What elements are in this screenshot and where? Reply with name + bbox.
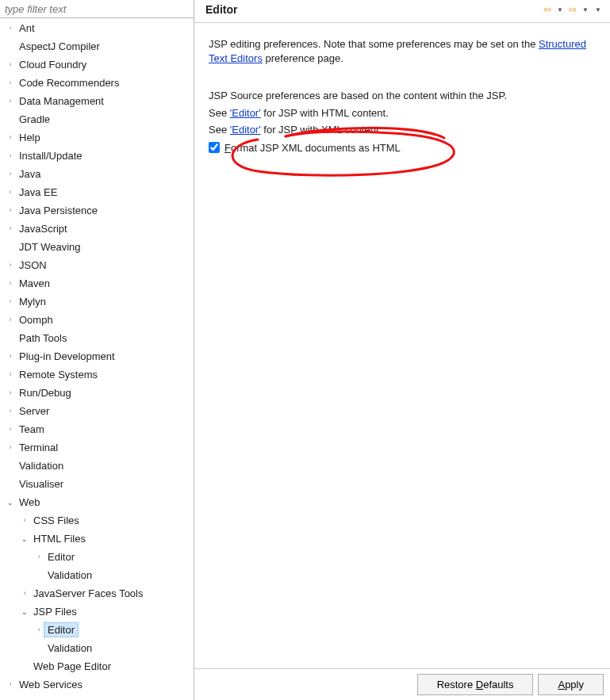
tree-item[interactable]: ›Install/Update xyxy=(0,147,194,165)
tree-item[interactable]: JDT Weaving xyxy=(0,238,194,256)
tree-item-label[interactable]: Web xyxy=(16,495,44,509)
tree-item-label[interactable]: Validation xyxy=(44,568,95,582)
chevron-right-icon[interactable]: › xyxy=(33,624,44,635)
tree-scroll[interactable]: ›AntAspectJ Compiler›Cloud Foundry›Code … xyxy=(0,17,194,700)
chevron-right-icon[interactable]: › xyxy=(5,77,16,88)
tree-item-label[interactable]: Oomph xyxy=(16,313,56,327)
restore-defaults-button[interactable]: Restore Defaults xyxy=(417,674,534,695)
chevron-right-icon[interactable]: › xyxy=(5,405,16,416)
tree-item[interactable]: ›JavaServer Faces Tools xyxy=(0,584,194,602)
tree-item[interactable]: Web Page Editor xyxy=(0,657,194,675)
tree-item[interactable]: AspectJ Compiler xyxy=(0,37,194,55)
chevron-right-icon[interactable]: › xyxy=(5,369,16,380)
tree-item[interactable]: ›Java Persistence xyxy=(0,201,194,220)
tree-item[interactable]: ›Help xyxy=(0,128,194,147)
back-icon[interactable]: ⇦ xyxy=(542,4,553,15)
chevron-right-icon[interactable]: › xyxy=(5,296,16,307)
tree-item-label[interactable]: Server xyxy=(16,404,52,418)
tree-item[interactable]: ›Terminal xyxy=(0,438,194,457)
tree-item[interactable]: ›Code Recommenders xyxy=(0,74,194,92)
tree-item[interactable]: Gradle xyxy=(0,110,194,128)
tree-item[interactable]: ›Plug-in Development xyxy=(0,347,194,365)
tree-item[interactable]: Validation xyxy=(0,457,194,475)
view-menu-icon[interactable]: ▼ xyxy=(593,4,604,15)
chevron-right-icon[interactable]: › xyxy=(5,259,16,270)
tree-item-label[interactable]: Terminal xyxy=(16,441,61,454)
tree-item[interactable]: ›Maven xyxy=(0,274,194,293)
xml-editor-link[interactable]: 'Editor' xyxy=(230,124,261,136)
chevron-right-icon[interactable]: › xyxy=(5,442,16,453)
tree-item-label[interactable]: Run/Debug xyxy=(16,386,75,400)
tree-item-label[interactable]: Java xyxy=(16,167,44,181)
tree-item[interactable]: ›Cloud Foundry xyxy=(0,55,194,74)
tree-item[interactable]: ›Data Management xyxy=(0,92,194,110)
tree-item-label[interactable]: Mylyn xyxy=(16,295,49,308)
tree-item-label[interactable]: JSP Files xyxy=(30,605,80,618)
chevron-right-icon[interactable]: › xyxy=(5,423,16,434)
chevron-right-icon[interactable]: › xyxy=(5,168,16,179)
tree-item[interactable]: ›Mylyn xyxy=(0,293,194,311)
tree-item[interactable]: ›Ant xyxy=(0,19,194,37)
tree-item[interactable]: ›Java xyxy=(0,165,194,183)
chevron-right-icon[interactable]: › xyxy=(5,95,16,106)
tree-item[interactable]: Validation xyxy=(0,566,194,584)
chevron-right-icon[interactable]: › xyxy=(5,59,16,70)
tree-item-label[interactable]: Remote Systems xyxy=(16,368,101,381)
tree-item-label[interactable]: Java EE xyxy=(16,186,60,199)
tree-item[interactable]: ›Web Services xyxy=(0,675,194,694)
tree-item[interactable]: ⌄Web xyxy=(0,493,194,511)
tree-item-label[interactable]: Data Management xyxy=(16,94,107,108)
tree-item-label[interactable]: Install/Update xyxy=(16,149,86,163)
chevron-right-icon[interactable]: › xyxy=(19,514,30,526)
tree-item[interactable]: ›JavaScript xyxy=(0,220,194,238)
tree-item-label[interactable]: Team xyxy=(16,423,48,436)
tree-item[interactable]: ›Editor xyxy=(0,548,194,566)
tree-item-label[interactable]: Maven xyxy=(16,277,53,290)
tree-item-label[interactable]: JavaScript xyxy=(16,222,71,235)
tree-item-label[interactable]: JSON xyxy=(16,258,50,272)
chevron-right-icon[interactable]: › xyxy=(5,679,16,690)
tree-item-label[interactable]: JavaServer Faces Tools xyxy=(30,587,147,600)
chevron-right-icon[interactable]: › xyxy=(33,551,44,562)
tree-item[interactable]: ›Remote Systems xyxy=(0,365,194,384)
tree-item-label[interactable]: Editor xyxy=(44,623,78,637)
tree-item[interactable]: ›CSS Files xyxy=(0,511,194,530)
tree-item-label[interactable]: Gradle xyxy=(16,113,53,126)
tree-item-label[interactable]: Code Recommenders xyxy=(16,76,122,90)
chevron-down-icon[interactable]: ⌄ xyxy=(5,497,16,508)
forward-icon[interactable]: ⇨ xyxy=(567,4,578,15)
chevron-right-icon[interactable]: › xyxy=(5,277,16,289)
tree-item-label[interactable]: Cloud Foundry xyxy=(16,58,90,71)
tree-item-label[interactable]: Ant xyxy=(16,21,38,35)
tree-item-label[interactable]: Plug-in Development xyxy=(16,350,118,363)
forward-menu-icon[interactable]: ▼ xyxy=(580,4,591,15)
tree-item[interactable]: Visualiser xyxy=(0,475,194,493)
tree-item[interactable]: Validation xyxy=(0,639,194,657)
tree-item[interactable]: ›Team xyxy=(0,420,194,438)
format-jspxml-checkbox[interactable] xyxy=(209,142,220,153)
chevron-right-icon[interactable]: › xyxy=(5,205,16,216)
chevron-right-icon[interactable]: › xyxy=(5,132,16,143)
chevron-right-icon[interactable]: › xyxy=(5,150,16,161)
tree-item[interactable]: ⌄JSP Files xyxy=(0,602,194,621)
tree-item[interactable]: ›Run/Debug xyxy=(0,384,194,402)
tree-item[interactable]: ›Oomph xyxy=(0,311,194,329)
tree-item[interactable]: ›Server xyxy=(0,402,194,420)
tree-item-label[interactable]: Editor xyxy=(44,550,78,564)
back-menu-icon[interactable]: ▼ xyxy=(554,4,566,15)
chevron-right-icon[interactable]: › xyxy=(19,587,30,599)
tree-item-label[interactable]: HTML Files xyxy=(30,532,89,545)
tree-item[interactable]: ›Editor xyxy=(0,621,194,639)
tree-item[interactable]: ⌄HTML Files xyxy=(0,530,194,548)
apply-button[interactable]: Apply xyxy=(538,674,604,695)
tree-item[interactable]: ›JSON xyxy=(0,256,194,274)
chevron-right-icon[interactable]: › xyxy=(5,223,16,234)
tree-item-label[interactable]: Visualiser xyxy=(16,477,67,491)
tree-item-label[interactable]: Web Services xyxy=(16,678,86,691)
tree-item-label[interactable]: Validation xyxy=(44,641,95,655)
format-jspxml-row[interactable]: FFormat JSP XML documents as HTMLormat J… xyxy=(209,142,597,154)
tree-item-label[interactable]: Path Tools xyxy=(16,331,70,345)
tree-item-label[interactable]: Help xyxy=(16,131,44,144)
tree-item-label[interactable]: Validation xyxy=(16,459,67,472)
chevron-right-icon[interactable]: › xyxy=(5,350,16,361)
